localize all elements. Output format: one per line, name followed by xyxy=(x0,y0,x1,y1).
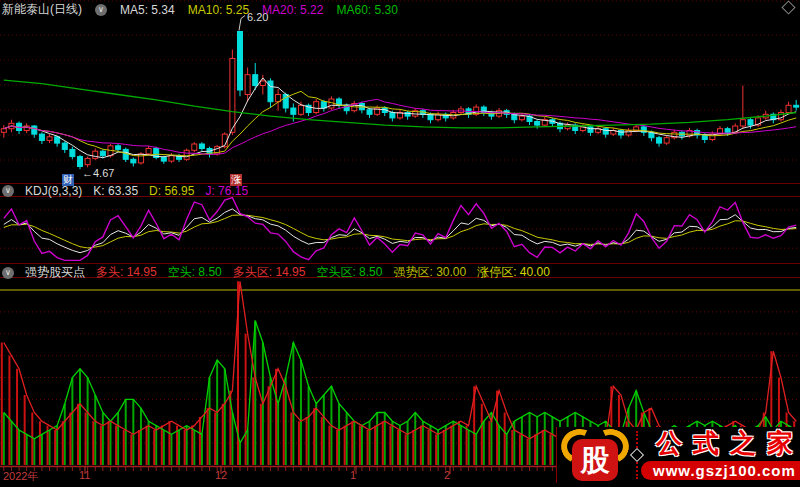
bull-head: 股 xyxy=(572,439,618,481)
kongtouqu-value: 空头区: 8.50 xyxy=(316,264,382,281)
logo-brand-text: 公式之家 xyxy=(645,430,800,457)
kdj-k-value: K: 63.35 xyxy=(93,184,138,198)
sub-indicator-title: 强势股买点 xyxy=(25,264,85,281)
limit-up-badge-zhang[interactable]: 涨 xyxy=(230,174,242,186)
ma60-label: MA60: 5.30 xyxy=(336,3,397,17)
collapse-main-panel-icon[interactable]: ∨ xyxy=(95,4,107,16)
svg-text:←4.67: ←4.67 xyxy=(82,167,114,179)
logo-divider xyxy=(636,431,638,479)
collapse-kdj-panel-icon[interactable]: ∨ xyxy=(2,185,14,197)
logo-url: www.gszj100.com xyxy=(641,461,800,480)
stock-title: 新能泰山(日线) xyxy=(2,1,82,18)
logo-gu-character: 股 xyxy=(581,446,610,475)
collapse-sub-panel-icon[interactable]: ∨ xyxy=(2,267,14,279)
duotou-value: 多头: 14.95 xyxy=(96,264,157,281)
axis-label-feb: 2 xyxy=(444,469,450,481)
kdj-d-value: D: 56.95 xyxy=(149,184,194,198)
duotouqu-value: 多头区: 14.95 xyxy=(233,264,306,281)
ma5-label: MA5: 5.34 xyxy=(120,3,175,17)
gridlines xyxy=(0,1,800,443)
charts-canvas[interactable]: 6.20←4.67 xyxy=(0,0,800,487)
zhangtingqu-value: 涨停区: 40.00 xyxy=(477,264,550,281)
axis-label-nov: 11 xyxy=(79,469,90,481)
sub-indicator-header: ∨ 强势股买点 多头: 14.95 空头: 8.50 多头区: 14.95 空头… xyxy=(2,264,550,281)
diamond-icon xyxy=(782,1,795,14)
ma20-label: MA20: 5.22 xyxy=(262,3,323,17)
main-chart-header: 新能泰山(日线) ∨ MA5: 5.34 MA10: 5.25 MA20: 5.… xyxy=(2,1,398,18)
gszj-watermark-logo: 股 公式之家 www.gszj100.com xyxy=(556,427,799,483)
candlestick-series xyxy=(1,32,798,170)
trading-app-window: 6.20←4.67 新能泰山(日线) ∨ MA5: 5.34 MA10: 5.2… xyxy=(0,0,800,487)
ma10-label: MA10: 5.25 xyxy=(188,3,249,17)
kdj-title: KDJ(9,3,3) xyxy=(25,184,82,198)
kdj-j-value: J: 76.15 xyxy=(205,184,248,198)
kdj-panel-header: ∨ KDJ(9,3,3) K: 63.35 D: 56.95 J: 76.15 xyxy=(2,184,248,198)
qiangshiqu-value: 强势区: 30.00 xyxy=(393,264,466,281)
kongtou-value: 空头: 8.50 xyxy=(168,264,222,281)
news-badge-cai[interactable]: 财 xyxy=(62,174,74,186)
bull-icon: 股 xyxy=(557,427,633,483)
axis-label-jan: 1 xyxy=(350,469,356,481)
axis-label-dec: 12 xyxy=(215,469,227,481)
axis-label-year: 2022年 xyxy=(3,469,38,484)
